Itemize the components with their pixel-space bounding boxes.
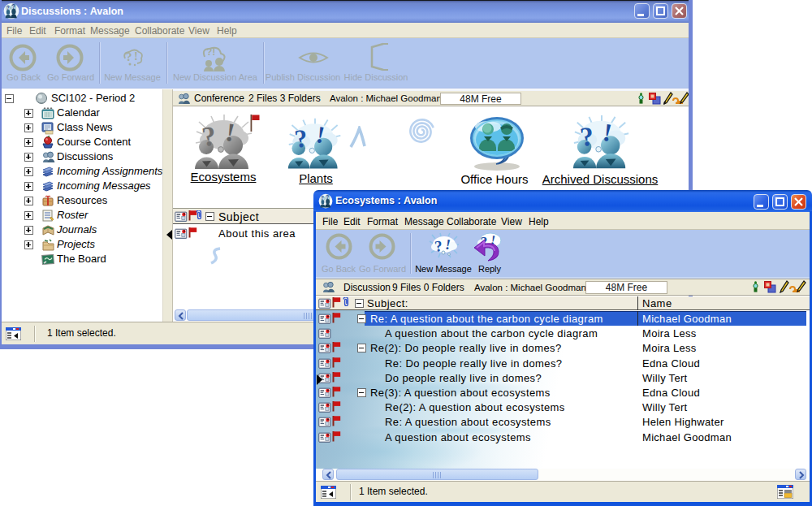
svg-text:?: ?: [126, 50, 132, 63]
svg-text:?: ?: [12, 2, 15, 11]
svg-text:?: ?: [322, 194, 324, 201]
svg-text:!: !: [134, 50, 138, 63]
svg-text:?!: ?!: [206, 46, 215, 58]
svg-text:?: ?: [6, 4, 10, 11]
svg-text:?: ?: [326, 193, 330, 200]
